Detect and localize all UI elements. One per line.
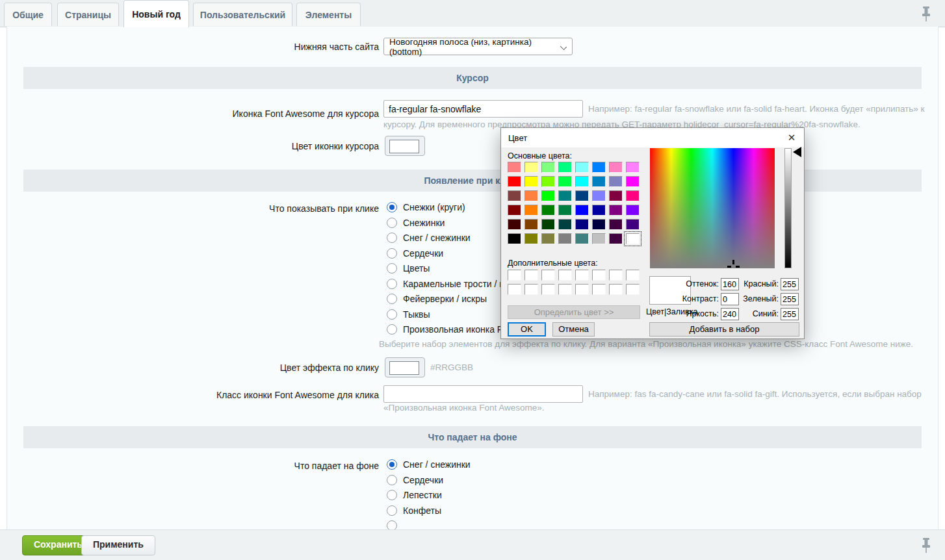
tab-elementy[interactable]: Элементы (296, 3, 361, 26)
basic-color-swatch[interactable] (524, 233, 538, 244)
lum-input[interactable] (721, 308, 739, 320)
basic-color-swatch[interactable] (575, 190, 589, 201)
hue-saturation-field[interactable] (650, 148, 775, 268)
red-input[interactable] (781, 278, 799, 290)
basic-color-swatch[interactable] (541, 176, 555, 187)
basic-color-swatch[interactable] (592, 219, 606, 230)
custom-color-swatch[interactable] (609, 270, 623, 281)
basic-color-swatch[interactable] (524, 176, 538, 187)
basic-color-swatch[interactable] (609, 233, 623, 244)
basic-color-swatch[interactable] (626, 176, 640, 187)
fall-radio[interactable] (387, 475, 397, 485)
blue-input[interactable] (781, 308, 799, 320)
sat-input[interactable] (721, 293, 739, 305)
luminance-slider[interactable] (784, 148, 792, 268)
custom-color-swatch[interactable] (575, 270, 589, 281)
apply-button[interactable]: Применить (81, 535, 155, 555)
custom-color-swatch[interactable] (558, 284, 572, 295)
fall-option[interactable]: Сердечки (387, 475, 471, 485)
custom-color-swatch[interactable] (609, 284, 623, 295)
basic-color-swatch[interactable] (592, 162, 606, 173)
basic-color-swatch[interactable] (609, 205, 623, 216)
basic-color-swatch[interactable] (626, 219, 640, 230)
basic-color-swatch[interactable] (558, 219, 572, 230)
click-show-radio[interactable] (387, 233, 397, 243)
close-icon[interactable]: ✕ (784, 131, 799, 145)
fall-radio[interactable] (387, 490, 397, 500)
custom-color-swatch[interactable] (626, 270, 640, 281)
ok-button[interactable]: OK (508, 322, 546, 337)
fall-option[interactable]: Лепестки (387, 490, 471, 500)
basic-color-swatch[interactable] (524, 219, 538, 230)
basic-color-swatch[interactable] (592, 176, 606, 187)
pin-icon-bottom[interactable] (920, 537, 932, 554)
fall-radio[interactable] (387, 505, 397, 516)
basic-color-swatch[interactable] (541, 205, 555, 216)
basic-color-swatch[interactable] (626, 162, 640, 173)
basic-color-swatch[interactable] (558, 176, 572, 187)
click-show-radio[interactable] (387, 294, 397, 304)
basic-color-swatch[interactable] (575, 205, 589, 216)
custom-color-swatch[interactable] (524, 270, 538, 281)
basic-color-swatch[interactable] (524, 162, 538, 173)
basic-color-swatch[interactable] (508, 162, 521, 173)
click-show-radio[interactable] (387, 248, 397, 259)
custom-color-swatch[interactable] (592, 270, 606, 281)
basic-color-swatch[interactable] (575, 176, 589, 187)
cursor-icon-input[interactable] (383, 100, 583, 118)
hue-input[interactable] (721, 278, 739, 290)
green-input[interactable] (781, 293, 799, 305)
click-show-radio[interactable] (387, 309, 397, 320)
basic-color-swatch[interactable] (575, 162, 589, 173)
custom-color-swatch[interactable] (524, 284, 538, 295)
basic-color-swatch[interactable] (558, 233, 572, 244)
basic-color-swatch[interactable] (575, 219, 589, 230)
basic-color-swatch-selected[interactable] (626, 233, 640, 244)
basic-color-swatch[interactable] (558, 205, 572, 216)
click-color-swatch-button[interactable] (385, 357, 425, 377)
basic-color-swatch[interactable] (609, 162, 623, 173)
basic-color-swatch[interactable] (541, 190, 555, 201)
basic-color-swatch[interactable] (558, 162, 572, 173)
color-dialog-titlebar[interactable]: Цвет ✕ (501, 128, 804, 147)
click-show-radio[interactable] (387, 279, 397, 289)
basic-color-swatch[interactable] (558, 190, 572, 201)
basic-color-swatch[interactable] (541, 219, 555, 230)
basic-color-swatch[interactable] (592, 233, 606, 244)
basic-color-swatch[interactable] (524, 205, 538, 216)
fall-option[interactable]: Конфеты (387, 505, 471, 516)
basic-color-swatch[interactable] (541, 233, 555, 244)
custom-color-swatch[interactable] (508, 284, 521, 295)
cancel-button[interactable]: Отмена (552, 322, 595, 337)
custom-color-swatch[interactable] (626, 284, 640, 295)
custom-color-swatch[interactable] (541, 284, 555, 295)
tab-stranitsy[interactable]: Страницы (57, 3, 119, 26)
custom-color-swatch[interactable] (541, 270, 555, 281)
cursor-color-swatch-button[interactable] (385, 136, 425, 156)
site-bottom-select[interactable]: Новогодняя полоса (низ, картинка) (botto… (383, 38, 573, 55)
basic-color-swatch[interactable] (626, 205, 640, 216)
custom-color-swatch[interactable] (592, 284, 606, 295)
basic-color-swatch[interactable] (524, 190, 538, 201)
basic-color-swatch[interactable] (508, 176, 521, 187)
basic-color-swatch[interactable] (508, 219, 521, 230)
basic-color-swatch[interactable] (609, 190, 623, 201)
fall-option[interactable]: Снег / снежинки (387, 459, 471, 470)
click-show-radio-selected[interactable] (387, 202, 397, 212)
custom-color-swatch[interactable] (508, 270, 521, 281)
tab-polzovatelskii[interactable]: Пользовательский (193, 3, 292, 26)
basic-color-swatch[interactable] (508, 205, 521, 216)
click-show-radio[interactable] (387, 263, 397, 274)
custom-color-swatch[interactable] (575, 284, 589, 295)
basic-color-swatch[interactable] (508, 190, 521, 201)
luminance-slider-arrow[interactable] (793, 147, 801, 157)
click-show-radio[interactable] (387, 324, 397, 335)
click-show-radio[interactable] (387, 218, 397, 228)
basic-color-swatch[interactable] (575, 233, 589, 244)
basic-color-swatch[interactable] (508, 233, 521, 244)
fall-radio-selected[interactable] (387, 459, 397, 470)
tab-novyi-god[interactable]: Новый год (123, 0, 189, 27)
basic-color-swatch[interactable] (609, 219, 623, 230)
pin-icon-top[interactable] (920, 6, 932, 23)
tab-obshchie[interactable]: Общие (4, 3, 52, 26)
